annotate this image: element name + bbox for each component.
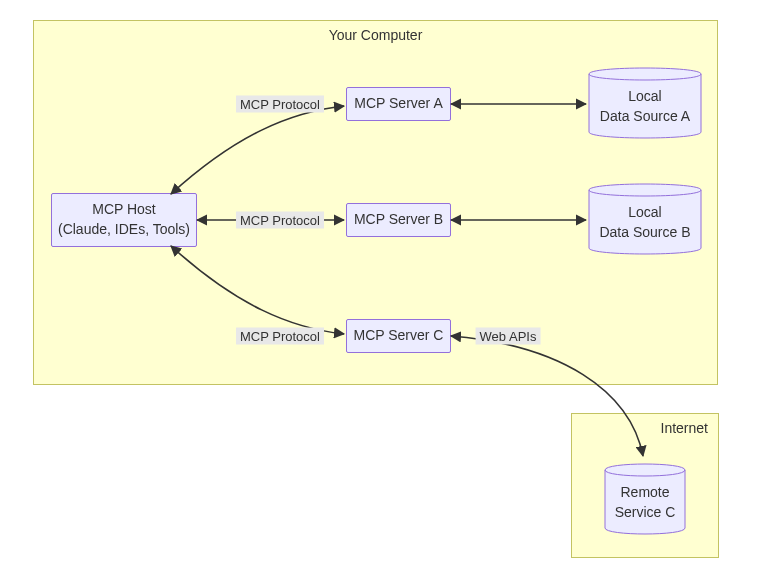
edge-label-host-a: MCP Protocol bbox=[236, 96, 324, 113]
node-mcp-host-line1: MCP Host bbox=[92, 200, 156, 220]
node-data-source-b: Local Data Source B bbox=[588, 178, 702, 260]
node-mcp-host-line2: (Claude, IDEs, Tools) bbox=[58, 220, 190, 240]
node-server-a: MCP Server A bbox=[346, 87, 451, 121]
node-server-a-label: MCP Server A bbox=[354, 94, 442, 114]
node-server-b-label: MCP Server B bbox=[354, 210, 443, 230]
node-remote-service: Remote Service C bbox=[604, 458, 686, 540]
node-remote-line1: Remote bbox=[615, 483, 676, 503]
edge-label-host-b: MCP Protocol bbox=[236, 212, 324, 229]
node-remote-line2: Service C bbox=[615, 503, 676, 523]
node-data-b-line1: Local bbox=[599, 203, 690, 223]
node-data-a-line1: Local bbox=[600, 87, 690, 107]
edge-label-host-c: MCP Protocol bbox=[236, 328, 324, 345]
node-server-c: MCP Server C bbox=[346, 319, 451, 353]
container-title-computer: Your Computer bbox=[329, 27, 423, 43]
node-data-source-a: Local Data Source A bbox=[588, 62, 702, 144]
edge-label-web-apis: Web APIs bbox=[476, 328, 541, 345]
node-server-c-label: MCP Server C bbox=[354, 326, 444, 346]
node-data-b-line2: Data Source B bbox=[599, 223, 690, 243]
node-server-b: MCP Server B bbox=[346, 203, 451, 237]
node-data-a-line2: Data Source A bbox=[600, 107, 690, 127]
container-title-internet: Internet bbox=[661, 420, 708, 436]
node-mcp-host: MCP Host (Claude, IDEs, Tools) bbox=[51, 193, 197, 247]
